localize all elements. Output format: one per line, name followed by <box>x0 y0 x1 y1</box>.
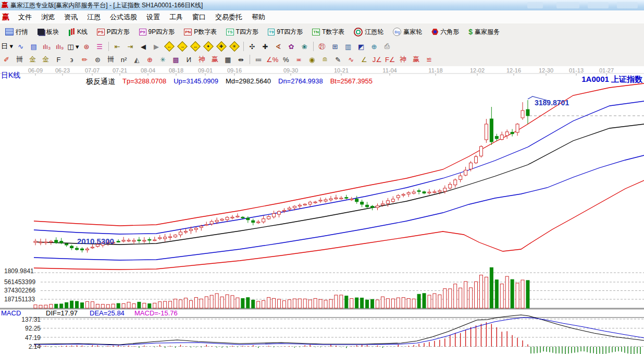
j-angle-tool-icon[interactable]: J∠ <box>371 54 383 65</box>
chart-area[interactable]: 06-0906-2307-0707-2108-0408-1809-0109-16… <box>0 66 644 354</box>
p-square-button[interactable]: PSP四方形 <box>93 26 134 39</box>
date-tick-label: 09-16 <box>227 67 242 74</box>
hexagon-button[interactable]: 六角形 <box>427 26 463 39</box>
titlebar-ghost-button[interactable] <box>527 2 543 8</box>
wave-mark-tool-icon[interactable]: И <box>183 54 195 65</box>
9p-square-button[interactable]: P99P四方形 <box>135 26 179 39</box>
quotes-button[interactable]: 行情 <box>1 26 32 39</box>
brush-tool-icon[interactable]: ✎ <box>332 54 344 65</box>
angle-measure-icon[interactable]: ∢ <box>273 41 284 52</box>
grid-lines-tool-icon[interactable]: 卌 <box>14 54 26 65</box>
winner-wheel-button-label: 赢家轮 <box>403 28 422 36</box>
last-price-label: 3189.8701 <box>535 99 569 107</box>
9t-square-button[interactable]: T99T四方形 <box>264 26 307 39</box>
f10-info-icon[interactable]: ▤ <box>28 41 40 52</box>
menu-设置[interactable]: 设置 <box>142 11 165 23</box>
p-number-table-icon: PN <box>184 29 192 35</box>
menu-文件[interactable]: 文件 <box>14 11 36 23</box>
chip-distribution-icon[interactable]: ☰ <box>94 41 106 52</box>
percent-tool-icon[interactable]: % <box>280 54 292 65</box>
angle-a-tool-icon[interactable]: ◭ <box>131 54 143 65</box>
f-angle-tool-icon[interactable]: F∠ <box>384 54 396 65</box>
menu-江恩[interactable]: 江恩 <box>82 11 105 23</box>
menu-窗口[interactable]: 窗口 <box>188 11 210 23</box>
date-tick-label: 12-02 <box>470 67 485 74</box>
menu-浏览[interactable]: 浏览 <box>36 11 59 23</box>
gann-diamond-left-icon[interactable]: ← <box>164 41 176 52</box>
pi-tool-icon[interactable]: ≌ <box>423 54 435 65</box>
brain-map-icon[interactable]: ❀ <box>299 41 311 52</box>
price-scale-tool-icon[interactable]: ≔ <box>253 54 265 65</box>
trend-wave-icon[interactable]: ∿ <box>15 41 27 52</box>
prev-bar-icon[interactable]: ◀ <box>138 41 150 52</box>
f-grid-tool-icon[interactable]: F <box>53 54 65 65</box>
bars-9-icon[interactable]: ılı₉ <box>54 41 66 52</box>
gold-circle-tool-icon[interactable]: ◉ <box>306 54 318 65</box>
menu-公式选股[interactable]: 公式选股 <box>105 11 142 23</box>
titlebar-ghost-button[interactable] <box>617 2 638 8</box>
gold-grid2-tool-icon[interactable]: 金 <box>40 54 52 65</box>
candle-style-dropdown[interactable]: ◫ ▾ <box>67 41 79 52</box>
pan-hand-icon[interactable]: ✣ <box>246 41 258 52</box>
gann-circle-tool-icon[interactable]: ⊜ <box>92 54 104 65</box>
next-bar-icon[interactable]: ▶ <box>151 41 163 52</box>
t-square-button[interactable]: TST四方形 <box>222 26 263 39</box>
sectors-button[interactable]: 板块 <box>33 26 63 39</box>
kline-button[interactable]: K线 <box>64 26 92 39</box>
gold-grid-tool-icon[interactable]: 金 <box>27 54 39 65</box>
titlebar-ghost-button[interactable] <box>556 2 579 8</box>
boxgrid-tool-icon[interactable]: ▩ <box>170 54 182 65</box>
gann-tool-icon[interactable]: ⊛ <box>81 41 93 52</box>
target-red-tool-icon[interactable]: ⊕ <box>144 54 156 65</box>
gann-diamond-right-icon[interactable]: → <box>177 41 189 52</box>
shen-tool-icon[interactable]: 神 <box>196 54 208 65</box>
shen-angle-tool-icon[interactable]: 神 <box>397 54 409 65</box>
navigation-toolbar: 日 ▾∿▤ılı₃ılı₉◫ ▾⊛☰⇤⇥◀▶←→↔✦✚✳✣✚∢✿❀㉑⊞▥◩⊕⎙ <box>0 40 644 53</box>
p-number-table-button[interactable]: PNP数字表 <box>180 26 221 39</box>
print-icon[interactable]: ⎙ <box>381 41 393 52</box>
first-bar-icon[interactable]: ⇤ <box>112 41 123 52</box>
menu-帮助[interactable]: 帮助 <box>247 11 270 23</box>
calendar-21-icon[interactable]: ㉑ <box>316 41 328 52</box>
last-bar-icon[interactable]: ⇥ <box>125 41 137 52</box>
percent-lines-tool-icon[interactable]: ≖ <box>293 54 305 65</box>
percent-angle-tool-icon[interactable]: ∠% <box>266 54 279 65</box>
grid-123-tool-icon[interactable]: ▦ <box>222 54 234 65</box>
pen-tool-icon[interactable]: ✐ <box>1 54 13 65</box>
mid-price-annotation: 2010.5300 <box>77 237 114 246</box>
starburst-tool-icon[interactable]: ✳ <box>157 54 169 65</box>
calculator-icon[interactable]: ⊞ <box>329 41 341 52</box>
network-icon[interactable]: ⊕ <box>368 41 380 52</box>
gold-lines-tool-icon[interactable]: ≘ <box>319 54 331 65</box>
gann-diamond-all-icon[interactable]: ✚ <box>216 41 228 52</box>
menu-资讯[interactable]: 资讯 <box>59 11 82 23</box>
n-square-tool-icon[interactable]: n² <box>118 54 130 65</box>
ying-tool-icon[interactable]: 赢 <box>209 54 221 65</box>
period-day-dropdown[interactable]: 日 ▾ <box>1 41 14 52</box>
save-icon[interactable]: ◩ <box>355 41 367 52</box>
gann-diamond-full-icon[interactable]: ✳ <box>229 41 241 52</box>
gann-diamond-hswing-icon[interactable]: ↔ <box>190 41 202 52</box>
menu-工具[interactable]: 工具 <box>165 11 188 23</box>
titlebar-ghost-button[interactable] <box>588 2 609 8</box>
ying-angle-tool-icon[interactable]: 赢 <box>410 54 422 65</box>
main-toolbar: 行情板块K线PSP四方形P99P四方形PNP数字表TST四方形T99T四方形TN… <box>0 23 644 41</box>
date-tick-label: 09-01 <box>198 67 213 74</box>
winner-wheel-button[interactable]: Big赢家轮 <box>389 26 426 39</box>
indicator-value-Tp: Tp=3288.0708 <box>122 77 166 87</box>
magic-box-icon[interactable]: ✿ <box>286 41 298 52</box>
crosshair-icon[interactable]: ✚ <box>259 41 271 52</box>
red-wave-tool-icon[interactable]: ∿ <box>345 54 357 65</box>
notes-icon[interactable]: ▥ <box>342 41 354 52</box>
gann-diamond-expand-icon[interactable]: ✦ <box>203 41 215 52</box>
spiral-tool-icon[interactable]: ϶ <box>66 54 78 65</box>
menu-交易委托[interactable]: 交易委托 <box>210 11 247 23</box>
red-pen-tool-icon[interactable]: ✏ <box>79 54 91 65</box>
gold-angle-tool-icon[interactable]: ∠ <box>358 54 370 65</box>
ruler-lines-tool-icon[interactable]: 卌 <box>105 54 117 65</box>
winner-service-button[interactable]: $赢家服务 <box>464 26 504 39</box>
gann-wheel-button[interactable]: 江恩轮 <box>350 26 388 39</box>
span-arrows-tool-icon[interactable]: ⇹ <box>235 54 247 65</box>
t-number-table-button[interactable]: TNT数字表 <box>308 26 349 39</box>
bars-3-icon[interactable]: ılı₃ <box>41 41 53 52</box>
